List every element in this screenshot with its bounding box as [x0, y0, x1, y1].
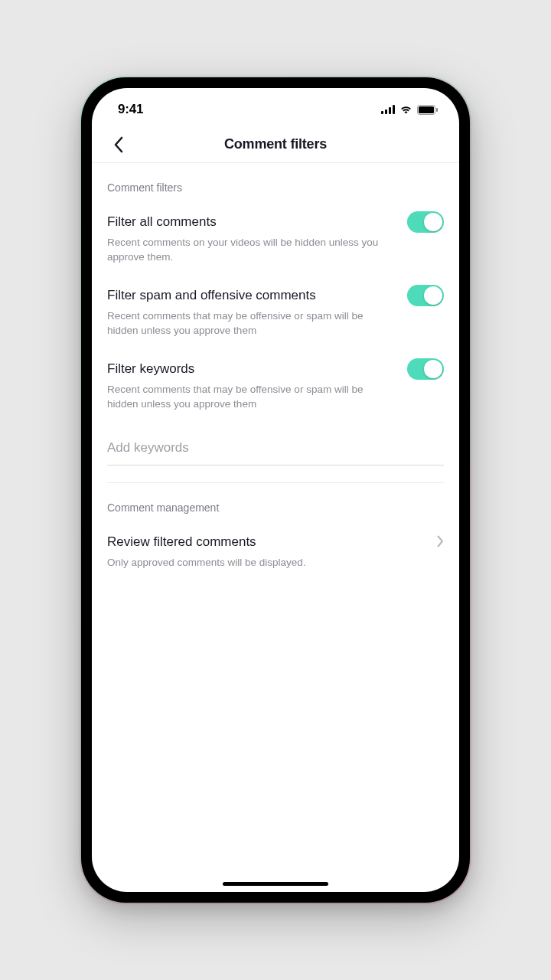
setting-desc: Recent comments on your videos will be h… [107, 235, 395, 264]
setting-title: Filter all comments [107, 214, 395, 230]
toggle-knob [424, 286, 442, 305]
chevron-right-icon [437, 535, 444, 547]
setting-desc: Recent comments that may be offensive or… [107, 309, 395, 338]
section-header-management: Comment management [92, 483, 459, 524]
svg-rect-2 [389, 107, 391, 114]
toggle-filter-spam[interactable] [407, 285, 444, 306]
svg-rect-3 [393, 105, 395, 114]
status-icons [381, 105, 438, 115]
svg-rect-5 [419, 106, 434, 113]
screen: 9:41 [92, 88, 459, 892]
wifi-icon [399, 105, 412, 114]
toggle-filter-keywords[interactable] [407, 358, 444, 380]
home-indicator [223, 882, 328, 886]
keyword-input-wrap [92, 425, 459, 470]
chevron-left-icon [113, 136, 123, 153]
svg-rect-0 [381, 111, 383, 114]
setting-filter-keywords: Filter keywords Recent comments that may… [92, 351, 459, 425]
content: Comment filters Filter all comments Rece… [92, 163, 459, 892]
battery-icon [417, 105, 438, 115]
toggle-filter-all[interactable] [407, 211, 444, 233]
back-button[interactable] [103, 129, 133, 160]
svg-rect-6 [436, 108, 438, 112]
nav-row-title: Review filtered comments [107, 534, 425, 550]
cellular-signal-icon [381, 105, 395, 114]
nav-row-desc: Only approved comments will be displayed… [107, 555, 425, 570]
setting-filter-spam: Filter spam and offensive comments Recen… [92, 278, 459, 351]
section-header-filters: Comment filters [92, 163, 459, 204]
phone-frame: 9:41 [81, 77, 470, 903]
setting-title: Filter spam and offensive comments [107, 287, 395, 304]
svg-rect-1 [385, 109, 387, 114]
nav-review-filtered[interactable]: Review filtered comments Only approved c… [92, 524, 459, 583]
page-header: Comment filters [92, 126, 459, 163]
setting-desc: Recent comments that may be offensive or… [107, 382, 395, 411]
toggle-knob [424, 360, 442, 378]
setting-title: Filter keywords [107, 361, 395, 377]
status-bar: 9:41 [92, 93, 459, 126]
setting-filter-all: Filter all comments Recent comments on y… [92, 204, 459, 278]
page-title: Comment filters [92, 136, 459, 152]
toggle-knob [424, 213, 442, 231]
keyword-input[interactable] [107, 436, 444, 466]
status-time: 9:41 [118, 102, 143, 117]
